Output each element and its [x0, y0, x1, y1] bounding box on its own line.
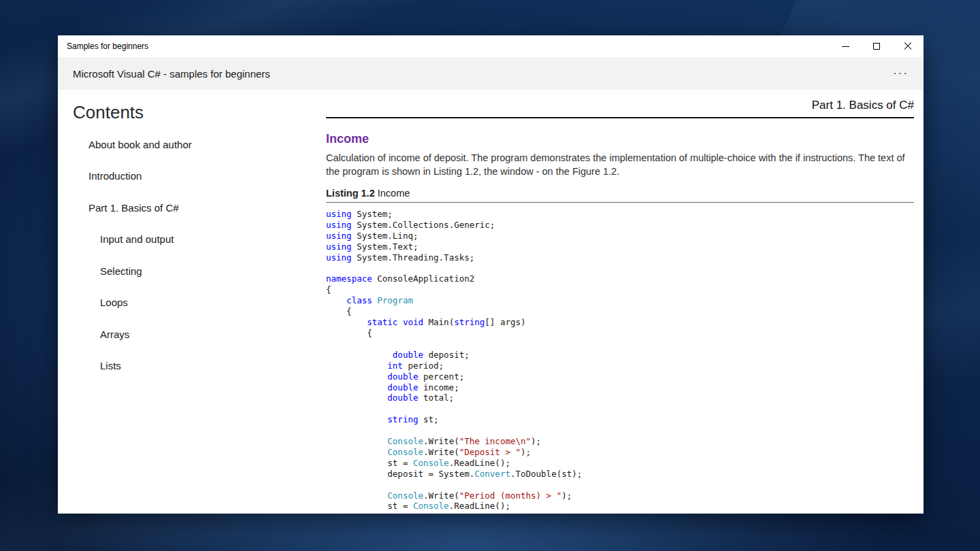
code-token — [326, 414, 387, 424]
code-token: period; — [403, 361, 444, 371]
code-token: Console — [387, 436, 423, 446]
code-line: double percent; — [326, 371, 914, 382]
code-line: using System.Collections.Generic; — [326, 220, 914, 231]
more-button[interactable]: ··· — [878, 67, 924, 80]
code-token: System; — [352, 209, 393, 219]
code-token: ); — [561, 490, 572, 501]
part-title-rule — [326, 117, 914, 118]
code-line: using System; — [326, 209, 914, 220]
code-line: Console.Write("Deposit > "); — [326, 447, 914, 458]
code-token: ); — [531, 436, 541, 446]
sidebar-item[interactable]: Part 1. Basics of C# — [58, 192, 316, 224]
code-token — [326, 295, 346, 305]
code-token: .ReadLine(); — [449, 458, 510, 468]
sidebar: Contents About book and authorIntroducti… — [58, 90, 316, 514]
section-title: Income — [326, 132, 914, 146]
code-token: int — [387, 361, 403, 371]
code-token: Console — [413, 458, 449, 468]
code-token: st = — [326, 458, 413, 468]
code-line: { — [326, 284, 914, 295]
sidebar-item[interactable]: Selecting — [58, 255, 316, 287]
code-token: class — [346, 295, 372, 305]
code-token: System.Linq; — [352, 231, 419, 241]
app-header-title: Microsoft Visual C# - samples for beginn… — [58, 68, 878, 80]
code-token: "The income\n" — [459, 436, 531, 446]
code-token: { — [326, 328, 372, 338]
sidebar-item[interactable]: Input and output — [58, 224, 316, 256]
code-token — [326, 490, 387, 501]
code-token — [326, 350, 393, 360]
sidebar-item[interactable]: About book and author — [58, 129, 316, 161]
code-line: st = Console.ReadLine(); — [326, 501, 914, 512]
content-area: Part 1. Basics of C# Income Calculation … — [316, 90, 924, 514]
close-icon — [904, 42, 912, 50]
code-token: string — [454, 317, 485, 327]
sidebar-item[interactable]: Introduction — [58, 161, 316, 193]
code-line: using System.Text; — [326, 241, 914, 252]
code-token: ConsoleApplication2 — [372, 273, 475, 284]
minimize-button[interactable] — [830, 35, 861, 57]
code-token: using — [326, 209, 352, 219]
sidebar-item[interactable]: Lists — [58, 350, 316, 382]
code-token: percent; — [418, 371, 464, 382]
code-line: double total; — [326, 393, 914, 403]
code-block: using System;using System.Collections.Ge… — [326, 209, 914, 512]
code-token: System.Threading.Tasks; — [352, 252, 475, 263]
code-token: .Write( — [423, 490, 459, 501]
code-line: { — [326, 306, 914, 317]
code-token: Console — [413, 501, 449, 511]
window-body: Contents About book and authorIntroducti… — [58, 90, 924, 514]
code-token: Convert — [474, 469, 510, 479]
contents-heading: Contents — [58, 101, 316, 124]
code-line: static void Main(string[] args) — [326, 317, 914, 328]
listing-caption: Listing 1.2 Income — [326, 188, 914, 203]
minimize-icon — [842, 46, 849, 47]
sidebar-item[interactable]: Arrays — [58, 318, 316, 350]
code-token — [326, 361, 387, 371]
code-token: st; — [418, 414, 438, 424]
code-line: int period; — [326, 361, 914, 371]
window-controls — [830, 35, 924, 57]
code-token: double — [393, 350, 423, 360]
code-token — [326, 317, 367, 327]
code-token: [] args) — [485, 317, 525, 327]
code-line: double income; — [326, 382, 914, 393]
code-token: "Deposit > " — [459, 447, 521, 457]
code-line: using System.Linq; — [326, 231, 914, 241]
code-token — [326, 393, 387, 403]
code-token: income; — [418, 382, 459, 393]
code-line: Console.Write("Period (months) > "); — [326, 490, 914, 501]
code-token: Console — [387, 447, 423, 457]
code-token: .Write( — [423, 447, 459, 457]
app-header: Microsoft Visual C# - samples for beginn… — [58, 57, 924, 90]
code-token: using — [326, 241, 352, 252]
code-line: double deposit; — [326, 350, 914, 361]
code-token: st = — [326, 501, 413, 511]
code-token: System.Collections.Generic; — [352, 220, 495, 230]
app-window: Samples for beginners Microsoft Visual C… — [58, 35, 924, 514]
titlebar[interactable]: Samples for beginners — [58, 35, 924, 57]
maximize-button[interactable] — [861, 35, 892, 57]
code-line — [326, 403, 914, 414]
code-token: deposit; — [423, 350, 470, 360]
code-token: deposit = System. — [326, 469, 474, 479]
code-token: .ToDouble(st); — [510, 469, 582, 479]
code-token: { — [326, 306, 352, 316]
code-line — [326, 425, 914, 436]
code-token: using — [326, 252, 352, 263]
code-token: { — [326, 284, 331, 295]
listing-name: Income — [375, 188, 410, 199]
code-token — [326, 436, 387, 446]
code-token: using — [326, 231, 352, 241]
code-line — [326, 339, 914, 350]
close-button[interactable] — [892, 35, 924, 57]
code-line: st = Console.ReadLine(); — [326, 458, 914, 469]
sidebar-item[interactable]: Loops — [58, 287, 316, 319]
code-token: Main( — [423, 317, 454, 327]
code-line: namespace ConsoleApplication2 — [326, 273, 914, 284]
code-token — [397, 317, 403, 327]
code-line: { — [326, 328, 914, 339]
code-token: void — [403, 317, 423, 327]
code-token — [326, 447, 387, 457]
code-token: using — [326, 220, 352, 230]
